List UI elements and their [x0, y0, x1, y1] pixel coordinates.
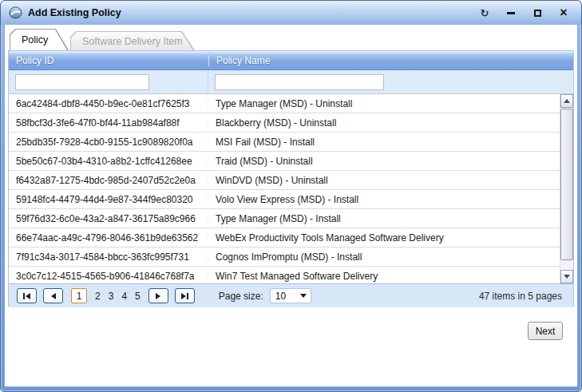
title-bar: Add Existing Policy ↻ × — [1, 1, 581, 25]
page-number[interactable]: 5 — [135, 291, 141, 302]
refresh-icon: ↻ — [481, 8, 489, 18]
table-row[interactable]: 59148fc4-4479-44d4-9e87-344f9ec80320 Vol… — [9, 190, 560, 209]
chevron-down-icon — [300, 294, 307, 298]
close-icon: × — [560, 6, 567, 19]
table-row[interactable]: 6ac42484-dbf8-4450-b9ec-0e81cf7625f3 Typ… — [9, 94, 560, 113]
previous-page-icon — [51, 293, 56, 299]
cell-policy-name: MSI Fail (MSD) - Install — [208, 137, 560, 148]
scroll-down-button[interactable] — [560, 270, 573, 283]
cell-policy-name: Win7 Test Managed Software Delivery — [208, 271, 560, 282]
cell-policy-id: 5be50c67-03b4-4310-a8b2-1cffc41268ee — [9, 156, 208, 167]
policy-grid: Policy ID Policy Name 6ac42484-dbf8-4450… — [8, 50, 574, 307]
cell-policy-name: Blackberry (MSD) - Uninstall — [208, 117, 560, 129]
pagination-bar: 12345 Page size: 10 47 items in 5 pages — [9, 283, 573, 307]
page-size-value: 10 — [275, 291, 286, 302]
first-page-button[interactable] — [17, 288, 37, 303]
refresh-button[interactable]: ↻ — [478, 6, 491, 19]
cell-policy-name: WebEx Productivity Tools Managed Softwar… — [208, 232, 560, 244]
dialog-window: Add Existing Policy ↻ × Policy Software … — [0, 0, 582, 392]
last-page-button[interactable] — [175, 288, 195, 303]
table-row[interactable]: 5be50c67-03b4-4310-a8b2-1cffc41268ee Tra… — [9, 152, 560, 171]
cell-policy-name: Type Manager (MSD) - Uninstall — [208, 98, 560, 109]
table-row[interactable]: 25bdb35f-7928-4cb0-9155-1c9089820f0a MSI… — [9, 133, 560, 152]
grid-rows: 6ac42484-dbf8-4450-b9ec-0e81cf7625f3 Typ… — [9, 94, 560, 283]
previous-page-button[interactable] — [43, 288, 63, 303]
tab-policy-label: Policy — [10, 30, 67, 50]
maximize-icon — [534, 10, 541, 17]
page-number[interactable]: 2 — [95, 291, 101, 302]
filter-row — [9, 70, 573, 94]
minimize-button[interactable] — [505, 6, 517, 19]
page-number[interactable]: 3 — [109, 291, 114, 302]
cell-policy-id: 7f91c34a-3017-4584-bbcc-363fc995f731 — [9, 251, 208, 263]
cell-policy-name: Volo View Express (MSD) - Install — [208, 194, 560, 205]
maximize-button[interactable] — [531, 6, 544, 19]
page-size-dropdown[interactable]: 10 — [270, 288, 311, 303]
page-number-current[interactable]: 1 — [71, 288, 87, 303]
minimize-icon — [507, 12, 515, 14]
table-row[interactable]: f6432a87-1275-4bdc-985d-2407d52c2e0a Win… — [9, 171, 560, 190]
next-button[interactable]: Next — [528, 322, 563, 340]
last-page-icon — [181, 293, 186, 299]
scroll-down-icon — [564, 275, 570, 279]
cell-policy-id: 25bdb35f-7928-4cb0-9155-1c9089820f0a — [9, 137, 208, 148]
next-page-button[interactable] — [148, 288, 168, 303]
app-icon — [9, 6, 22, 19]
dialog-client-area: Policy Software Delivery Item Policy ID … — [4, 25, 578, 387]
scroll-up-icon — [564, 99, 570, 103]
scrollbar-thumb[interactable] — [560, 109, 573, 260]
page-number[interactable]: 4 — [121, 291, 127, 302]
close-button[interactable]: × — [557, 6, 570, 19]
next-page-icon — [156, 293, 160, 299]
tab-policy[interactable]: Policy — [10, 29, 69, 50]
policy-id-filter-input[interactable] — [15, 74, 149, 90]
cell-policy-name: WinDVD (MSD) - Uninstall — [208, 175, 560, 186]
vertical-scrollbar[interactable] — [560, 94, 573, 283]
page-numbers: 12345 — [71, 288, 141, 303]
policy-name-filter-input[interactable] — [215, 74, 384, 90]
table-row[interactable]: 66e74aac-a49c-4796-8046-361b9de63562 Web… — [9, 228, 560, 247]
table-row[interactable]: 58fbcf3d-3fe6-47f0-bf44-11ab984af88f Bla… — [9, 113, 560, 133]
first-page-icon — [26, 293, 30, 299]
cell-policy-id: 59148fc4-4479-44d4-9e87-344f9ec80320 — [9, 194, 208, 205]
items-summary: 47 items in 5 pages — [479, 291, 565, 302]
cell-policy-name: Traid (MSD) - Uninstall — [208, 156, 560, 167]
cell-policy-name: Type Manager (MSD) - Install — [208, 213, 560, 224]
table-row[interactable]: 59f76d32-6c0e-43a2-a847-36175a89c966 Typ… — [9, 209, 560, 228]
cell-policy-id: 59f76d32-6c0e-43a2-a847-36175a89c966 — [9, 213, 208, 224]
page-size-label: Page size: — [219, 291, 263, 302]
cell-policy-id: 58fbcf3d-3fe6-47f0-bf44-11ab984af88f — [9, 117, 208, 129]
grid-header: Policy ID Policy Name — [9, 51, 573, 70]
cell-policy-id: 6ac42484-dbf8-4450-b9ec-0e81cf7625f3 — [9, 98, 208, 109]
tab-software-delivery-item[interactable]: Software Delivery Item — [70, 31, 195, 50]
cell-policy-id: 66e74aac-a49c-4796-8046-361b9de63562 — [9, 232, 208, 244]
tab-strip: Policy Software Delivery Item — [10, 25, 195, 50]
table-row[interactable]: 3c0c7c12-4515-4565-b906-41846c768f7a Win… — [9, 267, 560, 283]
scroll-up-button[interactable] — [560, 94, 573, 108]
cell-policy-id: f6432a87-1275-4bdc-985d-2407d52c2e0a — [9, 175, 208, 186]
table-row[interactable]: 7f91c34a-3017-4584-bbcc-363fc995f731 Cog… — [9, 247, 560, 267]
column-header-policy-name[interactable]: Policy Name — [208, 55, 573, 66]
cell-policy-id: 3c0c7c12-4515-4565-b906-41846c768f7a — [9, 271, 208, 282]
tab-software-delivery-item-label: Software Delivery Item — [71, 32, 193, 50]
window-controls: ↻ × — [478, 6, 570, 19]
grid-body: 6ac42484-dbf8-4450-b9ec-0e81cf7625f3 Typ… — [9, 94, 573, 283]
window-title: Add Existing Policy — [28, 7, 121, 18]
column-header-policy-id[interactable]: Policy ID — [9, 55, 208, 66]
cell-policy-name: Cognos ImPromptu (MSD) - Install — [208, 251, 560, 263]
